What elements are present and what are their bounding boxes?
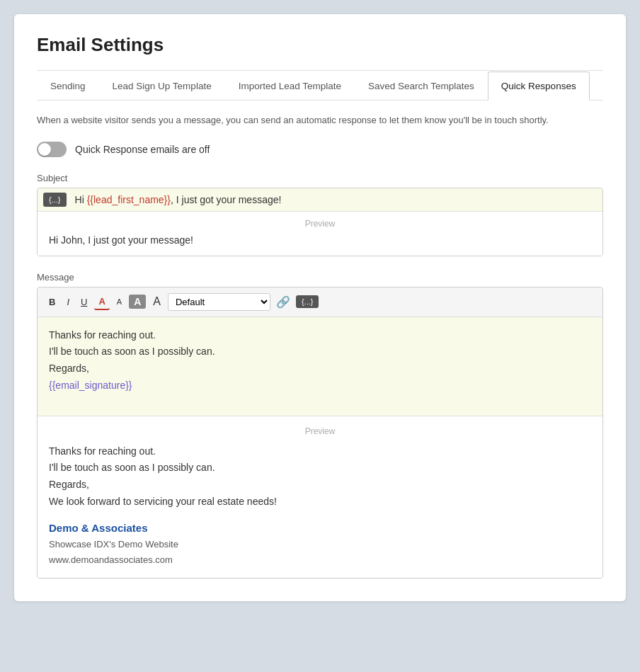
subject-preview-label: Preview	[49, 219, 591, 229]
tab-sending[interactable]: Sending	[37, 72, 99, 101]
subject-suffix: , I just got your message!	[171, 194, 281, 205]
subject-input[interactable]: Hi {{lead_first_name}}, I just got your …	[72, 188, 602, 211]
subject-preview-text: Hi John, I just got your message!	[49, 234, 591, 246]
message-toolbar: B I U A A A A Default Arial Georgia Time…	[38, 287, 602, 317]
link-button[interactable]: 🔗	[273, 294, 293, 310]
underline-button[interactable]: U	[76, 295, 91, 309]
tab-description: When a website visitor sends you a messa…	[37, 113, 603, 127]
page-title: Email Settings	[37, 34, 603, 56]
preview-company-name: Demo & Associates	[49, 519, 591, 537]
tab-imported-lead[interactable]: Imported Lead Template	[225, 72, 355, 101]
preview-website-url: www.demoandassociates.com	[49, 552, 591, 568]
preview-line3: Regards,	[49, 477, 591, 494]
preview-line2: I'll be touch as soon as I possibly can.	[49, 460, 591, 477]
toggle-label: Quick Response emails are off	[75, 144, 210, 155]
font-family-select[interactable]: Default Arial Georgia Times New Roman Ve…	[168, 293, 270, 311]
toggle-row: Quick Response emails are off	[37, 142, 603, 157]
font-highlight-button[interactable]: A	[129, 295, 146, 309]
message-preview-content: Thanks for reaching out. I'll be touch a…	[49, 443, 591, 569]
message-preview-label: Preview	[49, 426, 591, 436]
message-editor[interactable]: Thanks for reaching out. I'll be touch a…	[38, 317, 602, 416]
subject-prefix: Hi	[75, 194, 87, 205]
subject-preview-section: Preview Hi John, I just got your message…	[38, 212, 602, 256]
italic-button[interactable]: I	[62, 295, 74, 309]
quick-response-toggle[interactable]	[37, 142, 67, 157]
tab-lead-signup[interactable]: Lead Sign Up Template	[99, 72, 225, 101]
font-size-large-button[interactable]: A	[149, 293, 165, 310]
preview-line1: Thanks for reaching out.	[49, 443, 591, 460]
message-line3: Regards,	[49, 360, 591, 377]
message-label: Message	[37, 272, 603, 283]
subject-merge-tag-btn[interactable]: {...}	[43, 193, 67, 207]
preview-line4: We look forward to servicing your real e…	[49, 494, 591, 511]
font-size-small-button[interactable]: A	[113, 295, 126, 308]
tab-quick-responses[interactable]: Quick Responses	[488, 72, 590, 101]
message-preview-section: Preview Thanks for reaching out. I'll be…	[38, 416, 602, 579]
preview-website-label: Showcase IDX's Demo Website	[49, 537, 591, 552]
message-signature-tag: {{email_signature}}	[49, 377, 591, 394]
message-box: B I U A A A A Default Arial Georgia Time…	[37, 287, 603, 579]
subject-box: {...} Hi {{lead_first_name}}, I just got…	[37, 188, 603, 256]
message-merge-tag-btn[interactable]: {...}	[296, 295, 319, 308]
message-line1: Thanks for reaching out.	[49, 327, 591, 344]
message-line2: I'll be touch as soon as I possibly can.	[49, 343, 591, 360]
email-settings-card: Email Settings Sending Lead Sign Up Temp…	[14, 14, 626, 601]
subject-merge-tag: {{lead_first_name}}	[87, 194, 171, 205]
tab-saved-search[interactable]: Saved Search Templates	[355, 72, 488, 101]
subject-input-row: {...} Hi {{lead_first_name}}, I just got…	[38, 188, 602, 212]
subject-label: Subject	[37, 173, 603, 183]
bold-button[interactable]: B	[45, 295, 59, 309]
tab-bar: Sending Lead Sign Up Template Imported L…	[37, 71, 603, 101]
text-color-button[interactable]: A	[94, 294, 109, 310]
